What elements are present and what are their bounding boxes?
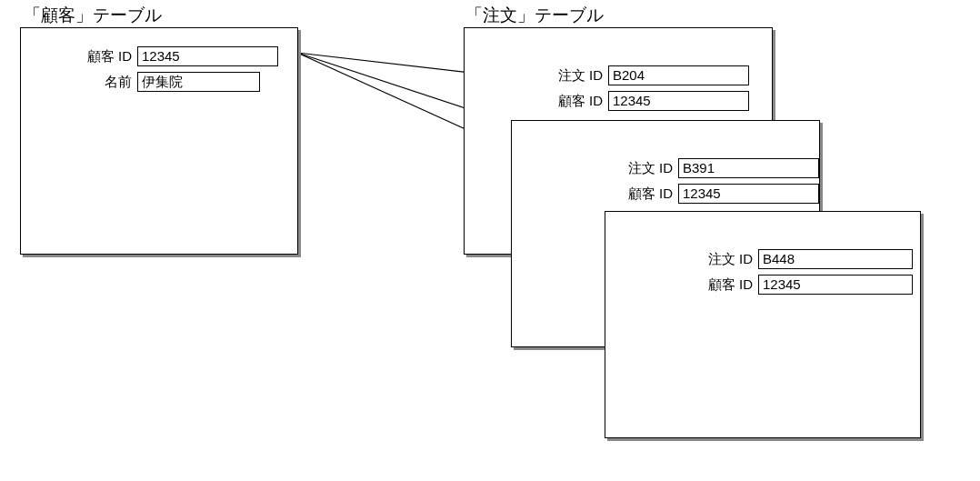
customer-name-label: 名前	[75, 74, 137, 91]
order-1-orderid-row: 注文 ID B204	[546, 65, 749, 85]
order-3-orderid-row: 注文 ID B448	[696, 249, 913, 269]
customer-id-row: 顧客 ID 12345	[75, 46, 278, 66]
customer-id-label: 顧客 ID	[75, 48, 137, 65]
order-2-orderid-value: B391	[678, 158, 819, 178]
diagram-canvas: 「顧客」テーブル 顧客 ID 12345 名前 伊集院 「注文」テーブル 注文 …	[0, 0, 980, 481]
order-3-customerid-value: 12345	[758, 275, 913, 295]
order-2-customerid-row: 顧客 ID 12345	[616, 184, 819, 204]
customer-name-row: 名前 伊集院	[75, 72, 278, 92]
order-3-orderid-label: 注文 ID	[696, 251, 758, 268]
customer-table-title: 「顧客」テーブル	[22, 4, 164, 27]
order-1-customerid-value: 12345	[608, 91, 749, 111]
customer-id-value: 12345	[137, 46, 278, 66]
order-2-orderid-row: 注文 ID B391	[616, 158, 819, 178]
order-1-orderid-label: 注文 ID	[546, 67, 608, 85]
order-3-customerid-row: 顧客 ID 12345	[696, 275, 913, 295]
order-1-customerid-label: 顧客 ID	[546, 93, 608, 110]
order-2-orderid-label: 注文 ID	[616, 160, 678, 177]
order-3-orderid-value: B448	[758, 249, 913, 269]
order-1-orderid-value: B204	[608, 65, 749, 85]
order-2-customerid-label: 顧客 ID	[616, 185, 678, 203]
order-3-customerid-label: 顧客 ID	[696, 276, 758, 294]
order-2-customerid-value: 12345	[678, 184, 819, 204]
customer-card: 顧客 ID 12345 名前 伊集院	[20, 27, 298, 255]
order-card-3: 注文 ID B448 顧客 ID 12345	[605, 211, 921, 438]
orders-table-title: 「注文」テーブル	[464, 4, 605, 27]
order-1-customerid-row: 顧客 ID 12345	[546, 91, 749, 111]
customer-name-value: 伊集院	[137, 72, 260, 92]
